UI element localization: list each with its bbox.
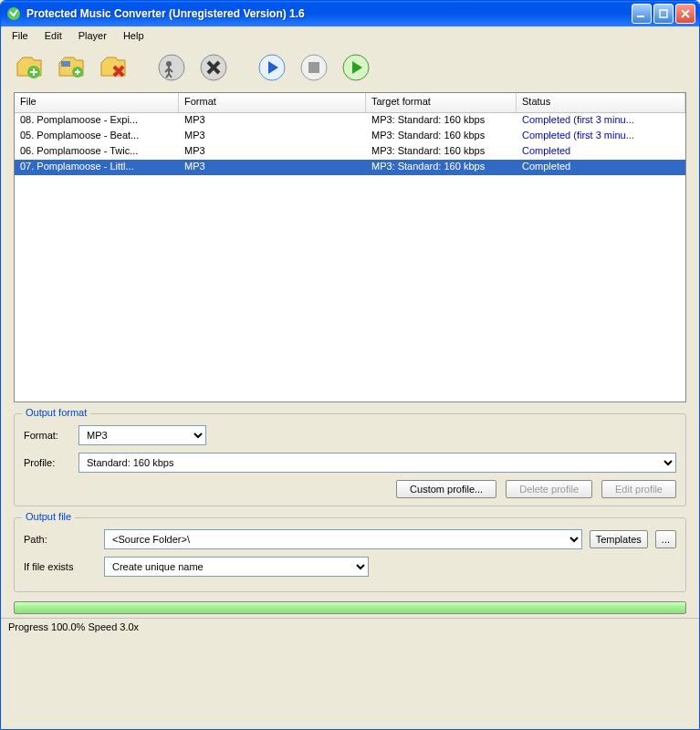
cell-target: MP3: Standard: 160 kbps bbox=[366, 129, 517, 144]
add-file-button[interactable] bbox=[12, 50, 47, 85]
svg-point-0 bbox=[7, 7, 20, 20]
header-file[interactable]: File bbox=[15, 93, 179, 112]
output-format-group: Output format Format: MP3 Profile: Stand… bbox=[14, 413, 686, 506]
window-title: Protected Music Converter (Unregistered … bbox=[26, 7, 632, 20]
output-file-title: Output file bbox=[22, 511, 75, 522]
menu-edit[interactable]: Edit bbox=[37, 28, 69, 43]
header-status[interactable]: Status bbox=[517, 93, 685, 112]
table-body[interactable]: 08. Pomplamoose - Expi...MP3MP3: Standar… bbox=[15, 113, 685, 402]
cell-target: MP3: Standard: 160 kbps bbox=[366, 113, 517, 129]
cell-status: Completed bbox=[517, 144, 685, 160]
menu-file[interactable]: File bbox=[5, 28, 36, 43]
table-row[interactable]: 05. Pomplamoose - Beat...MP3MP3: Standar… bbox=[15, 129, 685, 144]
cell-format: MP3 bbox=[179, 129, 366, 144]
cell-target: MP3: Standard: 160 kbps bbox=[366, 144, 517, 160]
minimize-button[interactable] bbox=[632, 4, 652, 24]
templates-button[interactable]: Templates bbox=[590, 530, 648, 548]
cell-file: 08. Pomplamoose - Expi... bbox=[15, 113, 179, 129]
cell-format: MP3 bbox=[179, 113, 366, 129]
output-file-group: Output file Path: <Source Folder>\ Templ… bbox=[14, 517, 686, 592]
run-button[interactable] bbox=[154, 50, 189, 85]
path-select[interactable]: <Source Folder>\ bbox=[104, 529, 582, 549]
output-format-title: Output format bbox=[22, 407, 90, 418]
add-folder-button[interactable] bbox=[54, 50, 89, 85]
browse-button[interactable]: ... bbox=[655, 530, 676, 548]
svg-rect-2 bbox=[660, 10, 667, 17]
delete-profile-button[interactable]: Delete profile bbox=[506, 480, 592, 498]
toolbar bbox=[1, 45, 699, 90]
app-icon bbox=[6, 6, 21, 21]
cell-file: 06. Pomplamoose - Twic... bbox=[15, 144, 179, 160]
menu-player[interactable]: Player bbox=[71, 28, 114, 43]
cell-format: MP3 bbox=[179, 144, 366, 160]
svg-point-7 bbox=[166, 61, 172, 67]
menu-bar: File Edit Player Help bbox=[1, 26, 699, 45]
cancel-button[interactable] bbox=[196, 50, 231, 85]
profile-select[interactable]: Standard: 160 kbps bbox=[78, 453, 676, 473]
titlebar: Protected Music Converter (Unregistered … bbox=[1, 1, 699, 26]
remove-button[interactable] bbox=[96, 50, 131, 85]
close-button[interactable] bbox=[675, 4, 695, 24]
format-label: Format: bbox=[24, 430, 71, 441]
menu-help[interactable]: Help bbox=[116, 28, 151, 43]
format-select[interactable]: MP3 bbox=[78, 425, 206, 445]
profile-label: Profile: bbox=[24, 457, 71, 468]
cell-format: MP3 bbox=[179, 160, 366, 175]
stop-button[interactable] bbox=[297, 50, 331, 85]
status-bar: Progress 100.0% Speed 3.0x bbox=[1, 618, 699, 635]
header-format[interactable]: Format bbox=[179, 93, 366, 112]
file-list: File Format Target format Status 08. Pom… bbox=[14, 92, 686, 402]
exists-label: If file exists bbox=[24, 561, 97, 572]
cell-status: Completed (first 3 minu... bbox=[517, 129, 685, 144]
maximize-button[interactable] bbox=[653, 4, 674, 24]
table-header: File Format Target format Status bbox=[15, 93, 685, 113]
custom-profile-button[interactable]: Custom profile... bbox=[396, 480, 496, 498]
header-target[interactable]: Target format bbox=[366, 93, 517, 112]
svg-rect-4 bbox=[61, 61, 70, 67]
cell-status: Completed bbox=[517, 160, 685, 175]
exists-select[interactable]: Create unique name bbox=[104, 557, 369, 577]
edit-profile-button[interactable]: Edit profile bbox=[601, 480, 676, 498]
svg-rect-11 bbox=[308, 62, 319, 73]
cell-target: MP3: Standard: 160 kbps bbox=[366, 160, 517, 175]
main-window: Protected Music Converter (Unregistered … bbox=[0, 0, 700, 730]
svg-rect-1 bbox=[637, 16, 644, 17]
table-row[interactable]: 06. Pomplamoose - Twic...MP3MP3: Standar… bbox=[15, 144, 685, 160]
play-button[interactable] bbox=[255, 50, 289, 85]
cell-status: Completed (first 3 minu... bbox=[517, 113, 685, 129]
cell-file: 07. Pomplamoose - Littl... bbox=[15, 160, 179, 175]
progress-bar bbox=[14, 601, 686, 614]
path-label: Path: bbox=[24, 534, 97, 545]
table-row[interactable]: 07. Pomplamoose - Littl...MP3MP3: Standa… bbox=[15, 160, 685, 175]
convert-button[interactable] bbox=[339, 50, 373, 85]
cell-file: 05. Pomplamoose - Beat... bbox=[15, 129, 179, 144]
table-row[interactable]: 08. Pomplamoose - Expi...MP3MP3: Standar… bbox=[15, 113, 685, 129]
